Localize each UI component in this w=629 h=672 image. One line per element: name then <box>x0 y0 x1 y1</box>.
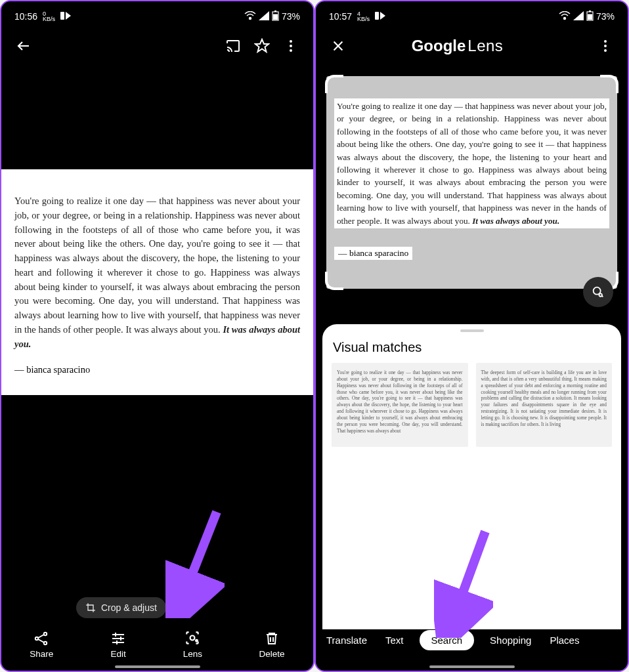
home-indicator[interactable] <box>429 665 515 668</box>
status-time: 10:57 <box>329 11 352 22</box>
svg-point-8 <box>290 40 292 43</box>
svg-rect-18 <box>375 12 379 20</box>
battery-percent: 73% <box>282 11 300 22</box>
tab-search[interactable]: Search <box>420 630 475 650</box>
svg-point-14 <box>190 636 195 640</box>
wifi-icon <box>244 11 256 22</box>
tab-shopping[interactable]: Shopping <box>487 629 534 651</box>
match-card-2[interactable]: The deepest form of self-care is buildin… <box>476 363 613 447</box>
more-menu-icon[interactable] <box>276 32 305 60</box>
visual-matches-row: You're going to realize it one day — tha… <box>332 363 612 447</box>
photos-app-bar <box>1 28 313 64</box>
status-bar: 10:56 0KB/s 73% <box>1 1 313 28</box>
lens-title: GoogleLens <box>324 37 591 55</box>
svg-point-20 <box>564 17 566 19</box>
lens-app-bar: GoogleLens <box>316 28 628 64</box>
svg-rect-24 <box>588 14 592 20</box>
photos-viewer-screen: 10:56 0KB/s 73% You're going to <box>0 0 314 672</box>
results-sheet[interactable]: Visual matches You're going to realize i… <box>322 324 621 629</box>
svg-rect-23 <box>589 10 591 12</box>
dnd-icon <box>375 11 385 22</box>
detected-text[interactable]: You're going to realize it one day — tha… <box>334 98 609 228</box>
svg-rect-6 <box>273 14 278 20</box>
crop-adjust-label: Crop & adjust <box>101 602 157 613</box>
battery-icon <box>586 10 594 23</box>
tab-places[interactable]: Places <box>547 629 582 651</box>
battery-icon <box>272 10 279 23</box>
quote-text: You're going to realize it one day — tha… <box>14 194 300 351</box>
svg-rect-0 <box>60 12 64 20</box>
status-network-speed: 4KB/s <box>357 11 370 22</box>
crop-corner-tr[interactable] <box>600 75 618 93</box>
crop-corner-bl[interactable] <box>325 272 343 290</box>
status-network-speed: 0KB/s <box>43 11 55 22</box>
status-time: 10:56 <box>14 11 37 22</box>
google-lens-screen: 10:57 4KB/s 73% GoogleLens You're going … <box>314 0 629 672</box>
cast-icon[interactable] <box>219 32 248 60</box>
svg-point-15 <box>196 640 198 642</box>
lens-body: You're going to realize it one day — tha… <box>316 64 628 671</box>
dnd-icon <box>60 11 71 22</box>
svg-marker-21 <box>573 11 584 20</box>
svg-marker-1 <box>66 12 71 20</box>
tab-text[interactable]: Text <box>383 629 406 651</box>
signal-icon <box>259 11 269 22</box>
lens-button[interactable]: Lens <box>183 629 202 659</box>
photos-bottom-bar: Crop & adjust Share Edit Lens Delete <box>1 585 313 671</box>
sheet-title: Visual matches <box>333 340 612 355</box>
delete-button[interactable]: Delete <box>259 631 285 659</box>
sheet-drag-handle[interactable] <box>460 329 484 332</box>
quote-author: — bianca sparacino <box>14 364 300 375</box>
wifi-icon <box>559 11 571 22</box>
svg-point-10 <box>290 49 292 52</box>
svg-point-12 <box>44 633 47 635</box>
svg-rect-5 <box>274 10 276 12</box>
more-menu-icon[interactable] <box>591 32 620 60</box>
lens-search-fab[interactable] <box>583 277 613 307</box>
home-indicator[interactable] <box>115 665 200 668</box>
status-bar: 10:57 4KB/s 73% <box>316 1 628 28</box>
tab-translate[interactable]: Translate <box>324 629 370 651</box>
back-button[interactable] <box>9 32 38 60</box>
svg-point-29 <box>599 293 601 296</box>
edit-button[interactable]: Edit <box>110 631 126 659</box>
signal-icon <box>573 11 584 22</box>
svg-point-26 <box>604 45 607 47</box>
lens-mode-tabs: Translate Text Search Shopping Places <box>316 629 628 671</box>
svg-marker-3 <box>259 11 269 20</box>
crop-adjust-tooltip: Crop & adjust <box>76 597 166 618</box>
detected-author[interactable]: — bianca sparacino <box>334 247 412 260</box>
battery-percent: 73% <box>596 11 615 22</box>
svg-point-27 <box>604 49 607 52</box>
crop-corner-tl[interactable] <box>325 75 343 93</box>
photo-content: You're going to realize it one day — tha… <box>1 169 313 395</box>
svg-point-2 <box>249 17 251 19</box>
photo-area[interactable]: You're going to realize it one day — tha… <box>1 64 313 585</box>
lens-crop-frame[interactable]: You're going to realize it one day — tha… <box>326 76 617 289</box>
share-button[interactable]: Share <box>30 631 53 659</box>
svg-point-11 <box>35 637 38 640</box>
svg-marker-19 <box>380 12 385 20</box>
svg-point-13 <box>44 642 47 644</box>
svg-marker-7 <box>255 39 269 52</box>
svg-point-25 <box>604 40 607 43</box>
match-card-1[interactable]: You're going to realize it one day — tha… <box>332 363 468 447</box>
svg-point-9 <box>290 45 292 47</box>
favorite-star-icon[interactable] <box>248 32 276 60</box>
